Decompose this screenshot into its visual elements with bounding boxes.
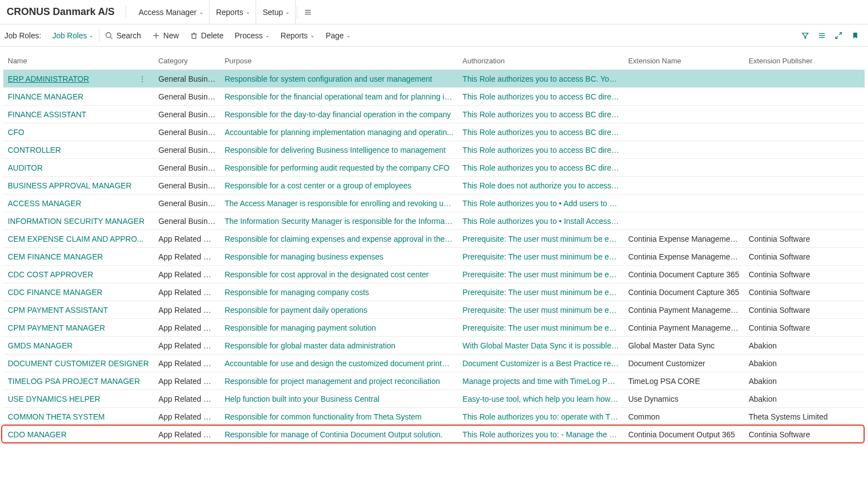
table-row[interactable]: CONTROLLER⋮General Busines...Responsible…: [3, 141, 865, 159]
cell-name[interactable]: TIMELOG PSA PROJECT MANAGER⋮: [3, 372, 154, 390]
table-row[interactable]: GMDS MANAGER⋮App Related RoleResponsible…: [3, 337, 865, 355]
cell-authorization[interactable]: This Role authorizes you to • Add users …: [458, 194, 623, 212]
col-header-name[interactable]: Name: [3, 52, 154, 70]
cell-purpose[interactable]: Responsible for the financial operationa…: [220, 88, 458, 106]
cell-authorization[interactable]: Prerequisite: The user must minimum be e…: [458, 319, 623, 337]
col-header-extension-name[interactable]: Extension Name: [623, 52, 744, 70]
col-header-extension-publisher[interactable]: Extension Publisher: [744, 52, 865, 70]
view-selector[interactable]: Job Roles ⌄: [47, 29, 99, 42]
cell-name[interactable]: CFO⋮: [3, 123, 154, 141]
cell-authorization[interactable]: This Role authorizes you to access BC di…: [458, 141, 623, 159]
row-actions-icon[interactable]: ⋮: [138, 74, 149, 83]
cell-purpose[interactable]: The Information Security Manager is resp…: [220, 212, 458, 230]
cell-authorization[interactable]: This Role authorizes you to: operate wit…: [458, 408, 623, 426]
table-row[interactable]: CDC COST APPROVER⋮App Related RoleRespon…: [3, 266, 865, 283]
table-row[interactable]: USE DYNAMICS HELPER⋮App Related RoleHelp…: [3, 390, 865, 408]
cell-authorization[interactable]: Manage projects and time with TimeLog PS…: [458, 372, 623, 390]
table-row[interactable]: COMMON THETA SYSTEM⋮App Related RoleResp…: [3, 408, 865, 426]
cell-purpose[interactable]: Responsible for system configuration and…: [220, 70, 458, 88]
menu-reports[interactable]: Reports ⌄: [211, 0, 256, 24]
cell-name[interactable]: CDC COST APPROVER⋮: [3, 266, 154, 283]
cell-name[interactable]: CPM PAYMENT ASSISTANT⋮: [3, 301, 154, 319]
more-menu-icon[interactable]: [297, 6, 318, 19]
col-header-purpose[interactable]: Purpose: [220, 52, 458, 70]
cell-purpose[interactable]: Responsible for manage of Continia Docum…: [220, 426, 458, 443]
table-row[interactable]: TIMELOG PSA PROJECT MANAGER⋮App Related …: [3, 372, 865, 390]
cell-authorization[interactable]: This Role authorizes you to access BC. Y…: [458, 70, 623, 88]
table-row[interactable]: ACCESS MANAGER⋮General Busines...The Acc…: [3, 194, 865, 212]
menu-setup[interactable]: Setup ⌄: [257, 0, 296, 24]
cell-name[interactable]: FINANCE ASSISTANT⋮: [3, 106, 154, 123]
cell-purpose[interactable]: Responsible for managing payment solutio…: [220, 319, 458, 337]
list-view-icon[interactable]: [814, 32, 830, 39]
cell-purpose[interactable]: The Access Manager is responsible for en…: [220, 194, 458, 212]
cell-name[interactable]: FINANCE MANAGER⋮: [3, 88, 154, 106]
table-row[interactable]: CEM EXPENSE CLAIM AND APPRO...⋮App Relat…: [3, 230, 865, 248]
cell-name[interactable]: AUDITOR⋮: [3, 159, 154, 177]
table-row[interactable]: AUDITOR⋮General Busines...Responsible fo…: [3, 159, 865, 177]
cell-authorization[interactable]: This Role authorizes you to access BC di…: [458, 123, 623, 141]
cell-authorization[interactable]: Document Customizer is a Best Practice r…: [458, 355, 623, 372]
cell-name[interactable]: CPM PAYMENT MANAGER⋮: [3, 319, 154, 337]
process-menu[interactable]: Process ⌄: [229, 24, 275, 46]
delete-button[interactable]: Delete: [184, 24, 229, 46]
cell-purpose[interactable]: Responsible for global master data admin…: [220, 337, 458, 355]
filter-icon[interactable]: [797, 32, 814, 39]
cell-purpose[interactable]: Responsible for managing business expens…: [220, 248, 458, 266]
cell-authorization[interactable]: Easy-to-use tool, which help you learn h…: [458, 390, 623, 408]
cell-purpose[interactable]: Responsible for delivering Business Inte…: [220, 141, 458, 159]
cell-name[interactable]: USE DYNAMICS HELPER⋮: [3, 390, 154, 408]
cell-purpose[interactable]: Responsible for payment daily operations: [220, 301, 458, 319]
table-row[interactable]: INFORMATION SECURITY MANAGER⋮General Bus…: [3, 212, 865, 230]
cell-authorization[interactable]: Prerequisite: The user must minimum be e…: [458, 230, 623, 248]
cell-purpose[interactable]: Responsible for a cost center or a group…: [220, 177, 458, 194]
menu-access-manager[interactable]: Access Manager ⌄: [133, 0, 209, 24]
cell-name[interactable]: CEM FINANCE MANAGER⋮: [3, 248, 154, 266]
cell-purpose[interactable]: Responsible for performing audit request…: [220, 159, 458, 177]
reports-menu[interactable]: Reports ⌄: [275, 24, 320, 46]
cell-name[interactable]: CONTROLLER⋮: [3, 141, 154, 159]
cell-name[interactable]: ACCESS MANAGER⋮: [3, 194, 154, 212]
cell-name[interactable]: ERP ADMINISTRATOR⋮: [3, 70, 154, 88]
cell-purpose[interactable]: Responsible for claiming expenses and ex…: [220, 230, 458, 248]
cell-authorization[interactable]: This Role authorizes you to access BC di…: [458, 88, 623, 106]
cell-purpose[interactable]: Responsible for cost approval in the des…: [220, 266, 458, 283]
cell-purpose[interactable]: Responsible for common functionality fro…: [220, 408, 458, 426]
table-row[interactable]: CPM PAYMENT MANAGER⋮App Related RoleResp…: [3, 319, 865, 337]
table-row[interactable]: CEM FINANCE MANAGER⋮App Related RoleResp…: [3, 248, 865, 266]
cell-authorization[interactable]: Prerequisite: The user must minimum be e…: [458, 283, 623, 301]
cell-purpose[interactable]: Accountable for planning implementation …: [220, 123, 458, 141]
cell-authorization[interactable]: This Role authorizes you to access BC di…: [458, 159, 623, 177]
cell-name[interactable]: INFORMATION SECURITY MANAGER⋮: [3, 212, 154, 230]
cell-name[interactable]: COMMON THETA SYSTEM⋮: [3, 408, 154, 426]
cell-purpose[interactable]: Responsible for managing company costs: [220, 283, 458, 301]
cell-purpose[interactable]: Help function built into your Business C…: [220, 390, 458, 408]
cell-authorization[interactable]: Prerequisite: The user must minimum be e…: [458, 301, 623, 319]
new-button[interactable]: New: [147, 24, 184, 46]
table-row[interactable]: CPM PAYMENT ASSISTANT⋮App Related RoleRe…: [3, 301, 865, 319]
table-row[interactable]: CDO MANAGER⋮App Related RoleResponsible …: [3, 426, 865, 443]
table-row[interactable]: FINANCE ASSISTANT⋮General Busines...Resp…: [3, 106, 865, 123]
cell-authorization[interactable]: This Role authorizes you to: - Manage th…: [458, 426, 623, 443]
search-button[interactable]: Search: [99, 24, 146, 46]
cell-authorization[interactable]: This Role authorizes you to • Install Ac…: [458, 212, 623, 230]
cell-purpose[interactable]: Responsible for project management and p…: [220, 372, 458, 390]
table-row[interactable]: CDC FINANCE MANAGER⋮App Related RoleResp…: [3, 283, 865, 301]
cell-authorization[interactable]: With Global Master Data Sync it is possi…: [458, 337, 623, 355]
col-header-authorization[interactable]: Authorization: [458, 52, 623, 70]
cell-authorization[interactable]: This Role does not authorize you to acce…: [458, 177, 623, 194]
cell-authorization[interactable]: This Role authorizes you to access BC di…: [458, 106, 623, 123]
cell-authorization[interactable]: Prerequisite: The user must minimum be e…: [458, 266, 623, 283]
table-row[interactable]: BUSINESS APPROVAL MANAGER⋮General Busine…: [3, 177, 865, 194]
cell-purpose[interactable]: Responsible for the day-to-day financial…: [220, 106, 458, 123]
cell-name[interactable]: GMDS MANAGER⋮: [3, 337, 154, 355]
col-header-category[interactable]: Category: [154, 52, 220, 70]
cell-authorization[interactable]: Prerequisite: The user must minimum be e…: [458, 248, 623, 266]
expand-icon[interactable]: [830, 32, 847, 39]
cell-name[interactable]: DOCUMENT CUSTOMIZER DESIGNER⋮: [3, 355, 154, 372]
table-row[interactable]: DOCUMENT CUSTOMIZER DESIGNER⋮App Related…: [3, 355, 865, 372]
table-row[interactable]: ERP ADMINISTRATOR⋮General Busines...Resp…: [3, 70, 865, 88]
bookmark-icon[interactable]: [847, 32, 864, 39]
cell-name[interactable]: CDO MANAGER⋮: [3, 426, 154, 443]
cell-name[interactable]: CDC FINANCE MANAGER⋮: [3, 283, 154, 301]
